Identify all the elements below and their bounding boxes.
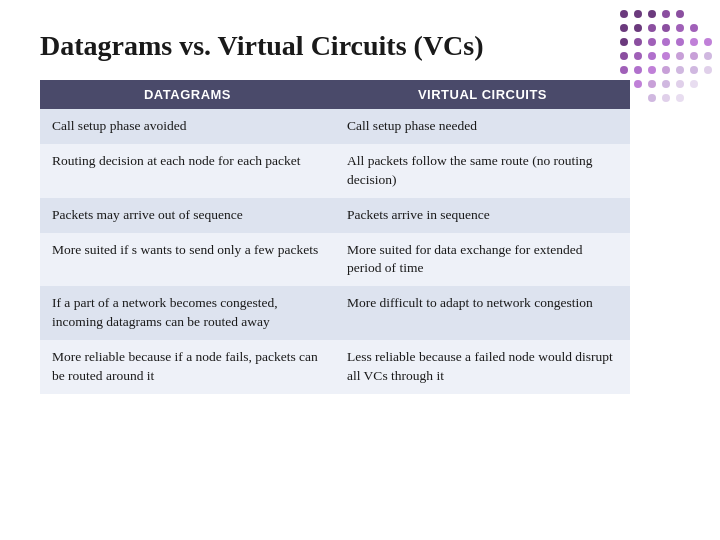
cell-vc-4: More suited for data exchange for extend… — [335, 233, 630, 287]
table-row: More suited if s wants to send only a fe… — [40, 233, 630, 287]
table-row: If a part of a network becomes congested… — [40, 286, 630, 340]
cell-vc-1: Call setup phase needed — [335, 109, 630, 144]
table-row: Packets may arrive out of sequence Packe… — [40, 198, 630, 233]
cell-vc-6: Less reliable because a failed node woul… — [335, 340, 630, 394]
page-title: Datagrams vs. Virtual Circuits (VCs) — [40, 30, 680, 62]
cell-datagram-4: More suited if s wants to send only a fe… — [40, 233, 335, 287]
cell-datagram-6: More reliable because if a node fails, p… — [40, 340, 335, 394]
page: Datagrams vs. Virtual Circuits (VCs) DAT… — [0, 0, 720, 540]
cell-vc-3: Packets arrive in sequence — [335, 198, 630, 233]
cell-datagram-5: If a part of a network becomes congested… — [40, 286, 335, 340]
cell-datagram-1: Call setup phase avoided — [40, 109, 335, 144]
table-row: Call setup phase avoided Call setup phas… — [40, 109, 630, 144]
cell-vc-5: More difficult to adapt to network conge… — [335, 286, 630, 340]
table-row: More reliable because if a node fails, p… — [40, 340, 630, 394]
col-header-virtual-circuits: VIRTUAL CIRCUITS — [335, 80, 630, 109]
comparison-table: DATAGRAMS VIRTUAL CIRCUITS Call setup ph… — [40, 80, 630, 394]
cell-datagram-2: Routing decision at each node for each p… — [40, 144, 335, 198]
cell-datagram-3: Packets may arrive out of sequence — [40, 198, 335, 233]
cell-vc-2: All packets follow the same route (no ro… — [335, 144, 630, 198]
table-row: Routing decision at each node for each p… — [40, 144, 630, 198]
col-header-datagrams: DATAGRAMS — [40, 80, 335, 109]
